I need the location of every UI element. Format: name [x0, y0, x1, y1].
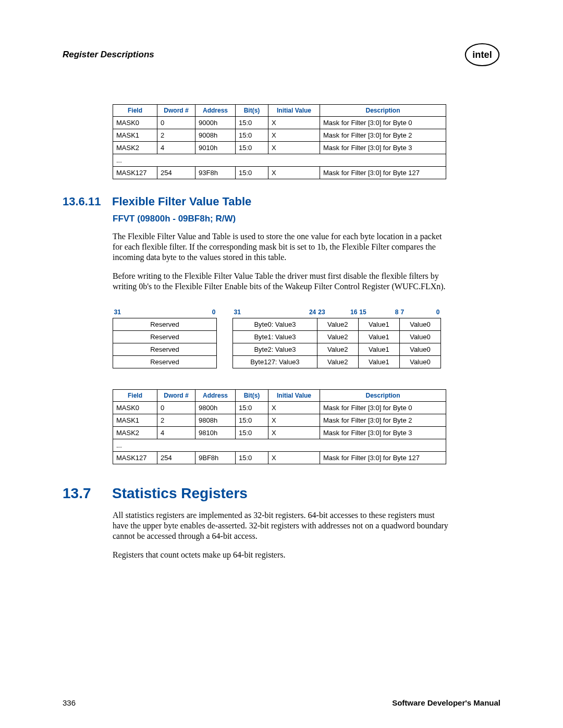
bit-label: 0 [420, 307, 441, 318]
intel-logo-icon: intel [464, 42, 500, 68]
table-row: Reserved [113, 331, 217, 343]
table-row: Reserved [113, 343, 217, 356]
section-title: Statistics Registers [112, 485, 248, 501]
col-address: Address [195, 390, 236, 402]
bit-label: 15 [358, 307, 384, 318]
table-row: MASK127 254 9BF8h 15:0 X Mask for Filter… [113, 452, 446, 464]
paragraph: Registers that count octets make up 64-b… [113, 550, 451, 560]
page-number: 336 [63, 698, 76, 707]
table-row-ellipsis: ... [113, 439, 446, 452]
bit-label: 16 [338, 307, 359, 318]
table-row: Byte1: Value3 Value2 Value1 Value0 [233, 331, 441, 343]
bit-label: 0 [177, 307, 217, 318]
bit-label: 23 [317, 307, 338, 318]
bit-label: 31 [113, 307, 177, 318]
section-heading-13-6-11: 13.6.11Flexible Filter Value Table [63, 195, 500, 208]
section-heading-13-7: 13.7Statistics Registers [63, 485, 500, 502]
bit-table-left: 31 0 Reserved Reserved Reserved Reserved [113, 307, 217, 368]
bit-table-right: 31 24 23 16 15 8 7 0 Byte0: Value3 Value… [232, 307, 441, 368]
col-initial: Initial Value [268, 390, 320, 402]
register-table-2: Field Dword # Address Bit(s) Initial Val… [113, 389, 446, 464]
register-table-1: Field Dword # Address Bit(s) Initial Val… [113, 104, 446, 179]
col-field: Field [113, 390, 157, 402]
table-row: MASK2 4 9810h 15:0 X Mask for Filter [3:… [113, 427, 446, 439]
bit-label: 8 [384, 307, 399, 318]
col-field: Field [113, 105, 157, 117]
table-row: Reserved [113, 318, 217, 331]
svg-text:intel: intel [472, 50, 492, 60]
col-address: Address [195, 105, 236, 117]
bit-label: 7 [399, 307, 420, 318]
table-header-row: Field Dword # Address Bit(s) Initial Val… [113, 390, 446, 402]
paragraph: The Flexible Filter Value and Table is u… [113, 231, 451, 263]
col-desc: Description [320, 390, 446, 402]
table-row: MASK0 0 9800h 15:0 X Mask for Filter [3:… [113, 402, 446, 414]
table-row: MASK0 0 9000h 15:0 X Mask for Filter [3:… [113, 117, 446, 129]
table-row: Byte127: Value3 Value2 Value1 Value0 [233, 356, 441, 368]
table-row-ellipsis: ... [113, 154, 446, 167]
col-dword: Dword # [157, 105, 195, 117]
table-row: MASK1 2 9808h 15:0 X Mask for Filter [3:… [113, 414, 446, 427]
table-row: Reserved [113, 356, 217, 368]
section-number: 13.6.11 [63, 195, 112, 208]
col-bits: Bit(s) [236, 390, 268, 402]
page-footer: 336 Software Developer's Manual [63, 698, 500, 707]
header-title: Register Descriptions [63, 50, 154, 60]
table-row: Byte2: Value3 Value2 Value1 Value0 [233, 343, 441, 356]
register-subheading: FFVT (09800h - 09BF8h; R/W) [113, 214, 500, 224]
table-row: Byte0: Value3 Value2 Value1 Value0 [233, 318, 441, 331]
col-desc: Description [320, 105, 446, 117]
table-row: MASK2 4 9010h 15:0 X Mask for Filter [3:… [113, 142, 446, 154]
paragraph: All statistics registers are implemented… [113, 510, 451, 541]
table-row: MASK1 2 9008h 15:0 X Mask for Filter [3:… [113, 129, 446, 142]
footer-title: Software Developer's Manual [392, 698, 500, 707]
paragraph: Before writing to the Flexible Filter Va… [113, 271, 451, 292]
page-header: Register Descriptions intel [63, 42, 500, 68]
section-number: 13.7 [63, 485, 112, 502]
section-title: Flexible Filter Value Table [112, 195, 251, 208]
col-dword: Dword # [157, 390, 195, 402]
table-header-row: Field Dword # Address Bit(s) Initial Val… [113, 105, 446, 117]
table-row: MASK127 254 93F8h 15:0 X Mask for Filter… [113, 167, 446, 179]
bit-label: 31 [233, 307, 275, 318]
bit-label: 24 [275, 307, 317, 318]
col-bits: Bit(s) [236, 105, 268, 117]
col-initial: Initial Value [268, 105, 320, 117]
document-page: Register Descriptions intel Field Dword … [0, 0, 563, 728]
bit-layout-row: 31 0 Reserved Reserved Reserved Reserved… [113, 307, 500, 368]
